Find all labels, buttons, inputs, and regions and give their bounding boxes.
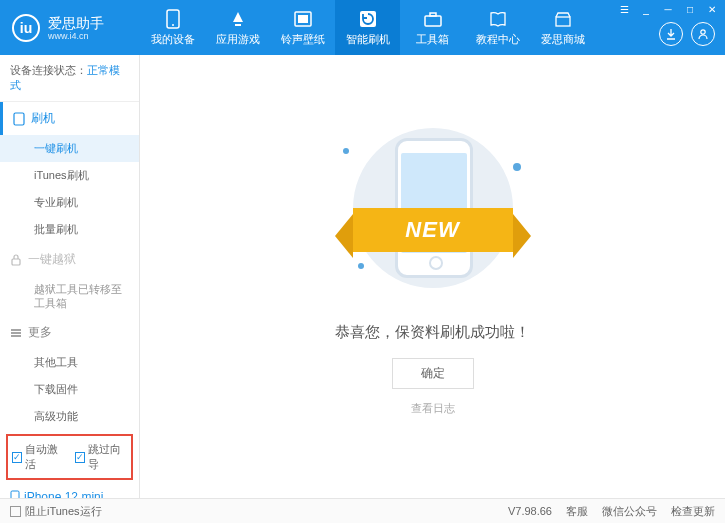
svg-rect-10 — [12, 259, 20, 265]
minimize-icon[interactable]: ─ — [661, 2, 675, 16]
sidebar-section-flash[interactable]: 刷机 — [0, 102, 139, 135]
nav-label: 我的设备 — [151, 32, 195, 47]
sidebar-item-download-firmware[interactable]: 下载固件 — [0, 376, 139, 403]
svg-point-1 — [172, 24, 174, 26]
maximize-icon[interactable]: □ — [683, 2, 697, 16]
app-title: 爱思助手 — [48, 15, 104, 31]
ribbon-text: NEW — [353, 208, 513, 252]
sparkle-icon — [343, 148, 349, 154]
sidebar-item-oneclick-flash[interactable]: 一键刷机 — [0, 135, 139, 162]
list-icon — [10, 327, 22, 339]
ribbon-icon: NEW — [333, 208, 533, 252]
sidebar-item-batch-flash[interactable]: 批量刷机 — [0, 216, 139, 243]
check-icon: ✓ — [75, 452, 85, 463]
nav-label: 铃声壁纸 — [281, 32, 325, 47]
flash-list: 一键刷机 iTunes刷机 专业刷机 批量刷机 — [0, 135, 139, 243]
app-url: www.i4.cn — [48, 31, 104, 41]
connection-status: 设备连接状态：正常模式 — [0, 55, 139, 102]
sparkle-icon — [358, 263, 364, 269]
nav-label: 爱思商城 — [541, 32, 585, 47]
close-icon[interactable]: ✕ — [705, 2, 719, 16]
body-area: 设备连接状态：正常模式 刷机 一键刷机 iTunes刷机 专业刷机 批量刷机 一… — [0, 55, 725, 498]
checkbox-label: 跳过向导 — [88, 442, 127, 472]
header: iu 爱思助手 www.i4.cn 我的设备 应用游戏 铃声壁纸 智能刷机 工具… — [0, 0, 725, 55]
refresh-icon — [358, 9, 378, 29]
customer-service-link[interactable]: 客服 — [566, 504, 588, 519]
nav-ringtones[interactable]: 铃声壁纸 — [270, 0, 335, 55]
book-icon — [488, 9, 508, 29]
section-label: 一键越狱 — [28, 251, 76, 268]
app-logo-icon: iu — [12, 14, 40, 42]
sidebar-item-itunes-flash[interactable]: iTunes刷机 — [0, 162, 139, 189]
nav-label: 智能刷机 — [346, 32, 390, 47]
svg-rect-3 — [298, 15, 308, 23]
section-label: 刷机 — [31, 110, 55, 127]
checkbox-block-itunes[interactable]: 阻止iTunes运行 — [10, 504, 102, 519]
nav-label: 工具箱 — [416, 32, 449, 47]
sparkle-icon — [513, 163, 521, 171]
toolbox-icon — [423, 9, 443, 29]
checkbox-label: 自动激活 — [25, 442, 64, 472]
svg-rect-5 — [425, 16, 441, 26]
logo-area: iu 爱思助手 www.i4.cn — [0, 14, 140, 42]
checkbox-skip-guide[interactable]: ✓ 跳过向导 — [75, 442, 128, 472]
pin-icon[interactable]: ⎯ — [639, 2, 653, 16]
nav-my-device[interactable]: 我的设备 — [140, 0, 205, 55]
sidebar: 设备连接状态：正常模式 刷机 一键刷机 iTunes刷机 专业刷机 批量刷机 一… — [0, 55, 140, 498]
jailbreak-note: 越狱工具已转移至工具箱 — [0, 276, 139, 316]
svg-rect-7 — [556, 17, 570, 26]
checkbox-label: 阻止iTunes运行 — [25, 504, 102, 519]
main-nav: 我的设备 应用游戏 铃声壁纸 智能刷机 工具箱 教程中心 爱思商城 — [140, 0, 595, 55]
nav-label: 应用游戏 — [216, 32, 260, 47]
check-update-link[interactable]: 检查更新 — [671, 504, 715, 519]
wallpaper-icon — [293, 9, 313, 29]
nav-store[interactable]: 爱思商城 — [530, 0, 595, 55]
store-icon — [553, 9, 573, 29]
ok-button[interactable]: 确定 — [392, 358, 474, 389]
check-icon: ✓ — [12, 452, 22, 463]
logo-text: 爱思助手 www.i4.cn — [48, 15, 104, 41]
checkbox-auto-activate[interactable]: ✓ 自动激活 — [12, 442, 65, 472]
nav-toolbox[interactable]: 工具箱 — [400, 0, 465, 55]
more-list: 其他工具 下载固件 高级功能 — [0, 349, 139, 430]
options-highlight-box: ✓ 自动激活 ✓ 跳过向导 — [6, 434, 133, 480]
footer-left: 阻止iTunes运行 — [10, 504, 102, 519]
lock-icon — [10, 254, 22, 266]
wechat-link[interactable]: 微信公众号 — [602, 504, 657, 519]
sidebar-item-other-tools[interactable]: 其他工具 — [0, 349, 139, 376]
window-controls: ☰ ⎯ ─ □ ✕ — [617, 2, 719, 16]
phone-icon — [163, 9, 183, 29]
svg-rect-9 — [14, 113, 24, 125]
section-label: 更多 — [28, 324, 52, 341]
svg-rect-6 — [430, 13, 436, 16]
sidebar-section-jailbreak[interactable]: 一键越狱 — [0, 243, 139, 276]
menu-icon[interactable]: ☰ — [617, 2, 631, 16]
svg-point-8 — [701, 30, 705, 34]
version-text: V7.98.66 — [508, 505, 552, 517]
footer-right: V7.98.66 客服 微信公众号 检查更新 — [508, 504, 715, 519]
user-button[interactable] — [691, 22, 715, 46]
success-message: 恭喜您，保资料刷机成功啦！ — [335, 323, 530, 342]
phone-small-icon — [13, 112, 25, 126]
header-actions — [659, 22, 715, 46]
download-button[interactable] — [659, 22, 683, 46]
main-content: NEW 恭喜您，保资料刷机成功啦！ 确定 查看日志 — [140, 55, 725, 498]
nav-tutorials[interactable]: 教程中心 — [465, 0, 530, 55]
sidebar-section-more[interactable]: 更多 — [0, 316, 139, 349]
view-log-link[interactable]: 查看日志 — [411, 401, 455, 416]
sidebar-item-advanced[interactable]: 高级功能 — [0, 403, 139, 430]
sidebar-item-pro-flash[interactable]: 专业刷机 — [0, 189, 139, 216]
footer: 阻止iTunes运行 V7.98.66 客服 微信公众号 检查更新 — [0, 498, 725, 523]
status-label: 设备连接状态： — [10, 64, 87, 76]
checkbox-empty-icon — [10, 506, 21, 517]
nav-apps-games[interactable]: 应用游戏 — [205, 0, 270, 55]
success-illustration: NEW — [323, 118, 543, 298]
nav-label: 教程中心 — [476, 32, 520, 47]
apps-icon — [228, 9, 248, 29]
nav-smart-flash[interactable]: 智能刷机 — [335, 0, 400, 55]
